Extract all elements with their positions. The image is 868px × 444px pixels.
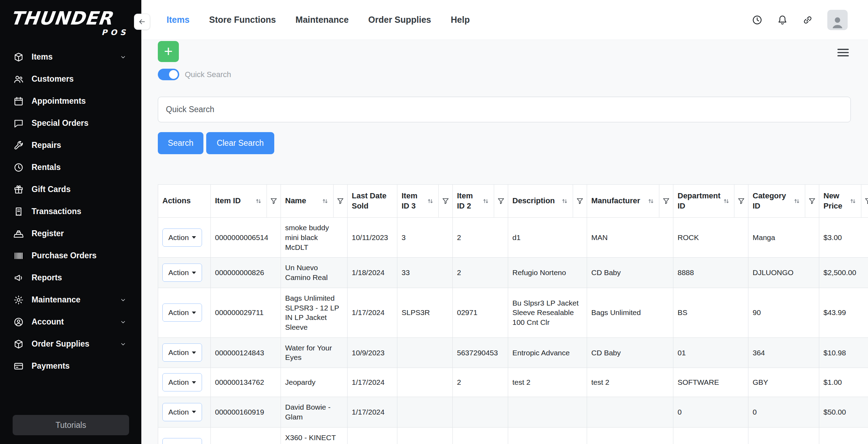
sort-icon[interactable] (426, 197, 434, 205)
column-header-new_price[interactable]: New Price (819, 185, 861, 218)
sidebar-item-special-orders[interactable]: Special Orders (0, 112, 141, 134)
clock-icon (752, 14, 763, 26)
search-button[interactable]: Search (158, 132, 203, 154)
filter-button[interactable] (573, 197, 587, 205)
topnav-item-help[interactable]: Help (451, 15, 470, 25)
sort-icon[interactable] (321, 197, 329, 205)
sort-icon[interactable] (255, 197, 262, 205)
funnel-icon (442, 197, 450, 205)
topnav-item-store-functions[interactable]: Store Functions (209, 15, 276, 25)
topnav-item-order-supplies[interactable]: Order Supplies (368, 15, 431, 25)
sidebar-item-items[interactable]: Items (0, 46, 141, 68)
bell-button[interactable] (777, 14, 788, 26)
cell-item_id_2: 02971 (453, 288, 508, 337)
hamburger-icon (835, 45, 851, 60)
filter-button[interactable] (734, 197, 748, 205)
sidebar-collapse-button[interactable] (134, 14, 150, 30)
filter-button[interactable] (659, 197, 673, 205)
sidebar-item-reports[interactable]: Reports (0, 267, 141, 289)
quick-search-toggle-row: Quick Search (158, 69, 231, 80)
sidebar-item-label: Customers (32, 74, 74, 84)
sidebar-item-repairs[interactable]: Repairs (0, 134, 141, 156)
column-header-category_id[interactable]: Category ID (748, 185, 805, 218)
topnav-item-maintenance[interactable]: Maintenance (296, 15, 349, 25)
column-label: Manufacturer (591, 196, 640, 206)
sort-icon[interactable] (722, 197, 730, 205)
sidebar-item-label: Items (32, 52, 53, 62)
sort-icon[interactable] (561, 197, 568, 205)
sort-icon[interactable] (482, 197, 490, 205)
quick-search-input[interactable] (158, 97, 851, 122)
topnav-item-items[interactable]: Items (167, 15, 189, 25)
menu-toggle-icon[interactable] (835, 45, 851, 59)
tutorials-button[interactable]: Tutorials (13, 415, 129, 435)
column-filter-item_id_2 (494, 185, 508, 218)
action-button[interactable]: Action (162, 403, 202, 421)
column-header-department_id[interactable]: Department ID (673, 185, 734, 218)
sidebar-item-label: Appointments (32, 96, 86, 106)
funnel-icon (576, 197, 584, 205)
action-button[interactable]: Action (162, 228, 202, 247)
cell-item_id_3: 465572 (397, 427, 453, 444)
sidebar-item-register[interactable]: Register (0, 223, 141, 245)
cell-last_date_sold: 10/9/2023 (348, 337, 397, 368)
sidebar-item-payments[interactable]: Payments (0, 355, 141, 377)
avatar[interactable] (827, 10, 848, 30)
bell-icon (777, 14, 788, 26)
cell-manufacturer: CD Baby (587, 337, 673, 368)
cell-last_date_sold: 1/17/2024 (348, 368, 397, 397)
sidebar-item-account[interactable]: Account (0, 311, 141, 333)
table-row: Action000000029711Bags Unlimited SLPSR3 … (158, 288, 868, 337)
cell-item_id: 0000000006514 (211, 218, 281, 258)
sidebar-item-rentals[interactable]: Rentals (0, 156, 141, 178)
column-header-item_id_2[interactable]: Item ID 2 (453, 185, 494, 218)
action-button[interactable]: Action (162, 438, 202, 444)
column-header-manufacturer[interactable]: Manufacturer (587, 185, 659, 218)
sidebar-item-order-supplies[interactable]: Order Supplies (0, 333, 141, 355)
column-header-item_id[interactable]: Item ID (211, 185, 267, 218)
sidebar-item-purchase-orders[interactable]: Purchase Orders (0, 245, 141, 267)
clock-button[interactable] (752, 14, 763, 26)
cell-item_id_2: 465571 (453, 427, 508, 444)
column-header-description[interactable]: Description (508, 185, 573, 218)
filter-button[interactable] (439, 197, 452, 205)
top-navigation: ItemsStore FunctionsMaintenanceOrder Sup… (141, 0, 868, 40)
funnel-icon (864, 197, 868, 205)
column-header-item_id_3[interactable]: Item ID 3 (397, 185, 439, 218)
action-button[interactable]: Action (162, 343, 202, 362)
cell-item_id_3: SLPS3R (397, 288, 453, 337)
column-filter-new_price (861, 185, 868, 218)
link-button[interactable] (802, 14, 813, 26)
action-button[interactable]: Action (162, 303, 202, 322)
clear-search-button[interactable]: Clear Search (206, 132, 274, 154)
filter-button[interactable] (805, 197, 819, 205)
barcode-icon (13, 251, 24, 261)
column-header-name[interactable]: Name (281, 185, 334, 218)
add-item-button[interactable]: + (158, 41, 179, 62)
sort-icon[interactable] (793, 197, 801, 205)
filter-button[interactable] (861, 197, 868, 205)
cell-actions: Action (158, 337, 211, 368)
column-filter-manufacturer (659, 185, 673, 218)
sidebar-item-transactions[interactable]: Transactions (0, 200, 141, 223)
cell-item_id: 000000134762 (211, 368, 281, 397)
sidebar-item-gift-cards[interactable]: Gift Cards (0, 178, 141, 200)
funnel-icon (497, 197, 505, 205)
filter-button[interactable] (267, 197, 281, 205)
cell-actions: Action (158, 368, 211, 397)
cell-manufacturer: Bags Unlimited (587, 288, 673, 337)
filter-button[interactable] (494, 197, 508, 205)
sort-icon[interactable] (647, 197, 655, 205)
filter-button[interactable] (334, 197, 347, 205)
sidebar-item-appointments[interactable]: Appointments (0, 90, 141, 112)
cell-item_id: 000000500784 (211, 427, 281, 444)
action-button[interactable]: Action (162, 373, 202, 391)
sidebar-item-maintenance[interactable]: Maintenance (0, 289, 141, 311)
items-table-wrap[interactable]: ActionsItem IDNameLast Date SoldItem ID … (158, 184, 868, 444)
cell-name: David Bowie - Glam (281, 397, 348, 427)
action-button[interactable]: Action (162, 264, 202, 282)
sidebar-item-customers[interactable]: Customers (0, 68, 141, 90)
quick-search-toggle[interactable] (158, 69, 179, 80)
action-button-label: Action (168, 233, 189, 242)
sort-icon[interactable] (849, 197, 857, 205)
